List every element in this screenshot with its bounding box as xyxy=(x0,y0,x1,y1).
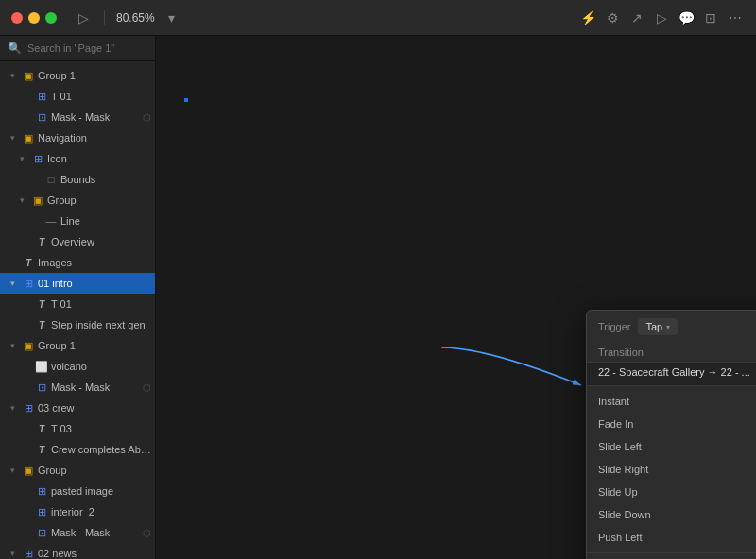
layer-label: Mask - Mask xyxy=(51,111,141,123)
option-slideup[interactable]: Slide Up xyxy=(587,481,756,503)
transition-section-label: Transition xyxy=(587,343,756,362)
layer-label: T 01 xyxy=(51,298,151,310)
layer-label: Group xyxy=(38,465,151,476)
layer-label: Line xyxy=(60,215,151,227)
layer-item-02news[interactable]: ▾ ⊞ 02 news xyxy=(0,543,155,559)
layer-item-group3[interactable]: ▾ ▣ Group xyxy=(0,460,155,481)
zoom-fit-icon[interactable]: ⊡ xyxy=(701,8,720,27)
layer-item-stepinside[interactable]: T Step inside next gen xyxy=(0,314,155,335)
popup-trigger-row: Trigger Tap ▾ xyxy=(587,311,756,343)
layer-item-mask1[interactable]: ⊡ Mask - Mask ⬡ xyxy=(0,107,155,127)
layer-label: Group 1 xyxy=(38,340,151,351)
lightning-icon[interactable]: ⚡ xyxy=(578,8,597,27)
select-tool-icon[interactable]: ▷ xyxy=(74,8,93,27)
layer-item-interior2[interactable]: ⊞ interior_2 xyxy=(0,501,155,522)
close-button[interactable] xyxy=(11,12,23,24)
layer-label: volcano xyxy=(51,361,151,372)
layer-label: 03 crew xyxy=(38,402,151,414)
layer-item-mask2[interactable]: ⊡ Mask - Mask ⬡ xyxy=(0,377,155,398)
comment-icon[interactable]: 💬 xyxy=(677,8,696,27)
transition-current-value[interactable]: 22 - Spacecraft Gallery → 22 - ... xyxy=(587,362,756,386)
traffic-lights xyxy=(11,12,57,24)
search-bar: 🔍 ✕ xyxy=(0,36,155,61)
option-instant[interactable]: Instant xyxy=(587,390,756,413)
option-slidedown[interactable]: Slide Down xyxy=(587,503,756,526)
frame-icon: ⊞ xyxy=(21,402,36,415)
group-icon: ▣ xyxy=(21,465,36,477)
group-icon: ▣ xyxy=(21,340,36,352)
popup-footer: Edit Transition Save xyxy=(587,552,756,559)
trigger-label: Trigger xyxy=(598,321,630,332)
frame-icon: ⊞ xyxy=(34,506,49,518)
chevron-down-icon: ▾ xyxy=(6,133,19,143)
chevron-down-icon: ▾ xyxy=(6,341,19,350)
layer-item-line[interactable]: — Line xyxy=(0,211,155,231)
search-input[interactable] xyxy=(27,42,156,54)
shape-icon: □ xyxy=(43,174,59,185)
trigger-select[interactable]: Tap ▾ xyxy=(638,318,678,335)
layer-label: Bounds xyxy=(60,174,151,185)
layer-label: Mask - Mask xyxy=(51,381,141,393)
layer-item-crew[interactable]: T Crew completes Abort xyxy=(0,439,155,460)
layer-item-t01[interactable]: ⊞ T 01 xyxy=(0,86,155,107)
layer-item-01intro[interactable]: ▾ ⊞ 01 intro xyxy=(0,273,155,294)
option-slideright[interactable]: Slide Right xyxy=(587,458,756,481)
layer-item-bounds[interactable]: □ Bounds xyxy=(0,169,155,190)
layer-item-icon[interactable]: ▾ ⊞ Icon xyxy=(0,148,155,169)
layer-label: T 01 xyxy=(51,91,151,102)
layer-item-navigation[interactable]: ▾ ▣ Navigation xyxy=(0,127,155,148)
layer-label: 02 news xyxy=(38,548,151,559)
sidebar: 🔍 ✕ ▾ ▣ Group 1 ⊞ T 01 ⊡ xyxy=(0,36,156,559)
chevron-down-icon: ▾ xyxy=(6,71,19,80)
frame-icon: ⊞ xyxy=(34,485,49,498)
layer-item-group1b[interactable]: ▾ ▣ Group 1 xyxy=(0,335,155,356)
trigger-value: Tap xyxy=(645,321,662,332)
layer-item-pasted[interactable]: ⊞ pasted image xyxy=(0,481,155,501)
transition-popup: Trigger Tap ▾ Transition 22 - Spacecraft… xyxy=(586,310,756,559)
layer-item-t03[interactable]: T T 03 xyxy=(0,418,155,439)
option-fadein[interactable]: Fade In xyxy=(587,413,756,435)
settings-icon[interactable]: ⚙ xyxy=(603,8,622,27)
layer-label: Crew completes Abort xyxy=(51,444,151,455)
layer-item-group1[interactable]: ▾ ▣ Group 1 xyxy=(0,65,155,86)
zoom-dropdown-icon[interactable]: ▾ xyxy=(163,8,181,27)
option-slideleft[interactable]: Slide Left xyxy=(587,435,756,458)
text-icon: T xyxy=(34,445,49,455)
layer-item-t01b[interactable]: T T 01 xyxy=(0,294,155,314)
layer-label: Step inside next gen xyxy=(51,319,151,330)
layer-label: Icon xyxy=(47,153,151,164)
popup-options: Instant Fade In Slide Left Slide Right S… xyxy=(587,386,756,552)
option-pushleft[interactable]: Push Left xyxy=(587,526,756,549)
layer-item-group2[interactable]: ▾ ▣ Group xyxy=(0,190,155,211)
chevron-down-icon: ▾ xyxy=(6,549,19,558)
layer-label: interior_2 xyxy=(51,506,151,517)
group-icon: ▣ xyxy=(21,70,36,82)
text-icon: T xyxy=(34,237,49,247)
layer-item-overview[interactable]: T Overview xyxy=(0,231,155,252)
zoom-control[interactable]: 80.65% xyxy=(116,11,155,25)
layer-item-03crew[interactable]: ▾ ⊞ 03 crew xyxy=(0,398,155,418)
frame-icon: ⊞ xyxy=(21,278,36,290)
more-icon[interactable]: ⋯ xyxy=(726,8,745,27)
layer-item-images[interactable]: T Images xyxy=(0,252,155,273)
minimize-button[interactable] xyxy=(28,12,40,24)
layer-label: Group 1 xyxy=(38,70,151,81)
mask-badge: ⬡ xyxy=(143,382,151,393)
layer-label: T 03 xyxy=(51,423,151,434)
share-icon[interactable]: ↗ xyxy=(627,8,646,27)
group-icon: ▣ xyxy=(30,195,45,207)
text-icon: T xyxy=(34,320,49,330)
main-layout: 🔍 ✕ ▾ ▣ Group 1 ⊞ T 01 ⊡ xyxy=(0,36,756,559)
toolbar-right: ⚡ ⚙ ↗ ▷ 💬 ⊡ ⋯ xyxy=(578,8,745,27)
layer-label: 01 intro xyxy=(38,278,151,289)
line-icon: — xyxy=(43,215,59,227)
layer-item-mask3[interactable]: ⊡ Mask - Mask ⬡ xyxy=(0,522,155,543)
play-icon[interactable]: ▷ xyxy=(652,8,671,27)
layer-label: Overview xyxy=(51,236,151,247)
chevron-down-icon: ▾ xyxy=(6,466,19,475)
toolbar-divider xyxy=(104,10,105,25)
fullscreen-button[interactable] xyxy=(45,12,57,24)
frame-icon: ⊞ xyxy=(21,548,36,560)
mask-icon: ⊡ xyxy=(34,381,49,394)
layer-item-volcano[interactable]: ⬜ volcano xyxy=(0,356,155,377)
